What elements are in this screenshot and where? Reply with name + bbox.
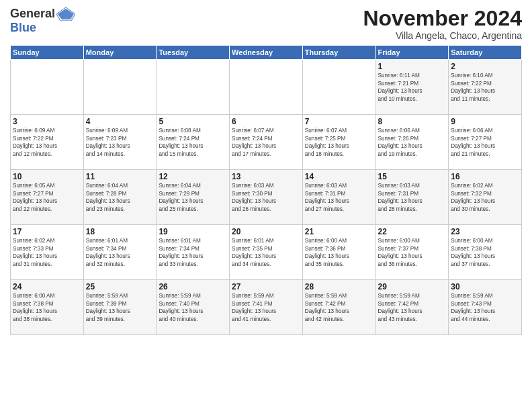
day-number: 1 xyxy=(378,62,447,71)
day-info: Sunrise: 6:07 AM Sunset: 7:25 PM Dayligh… xyxy=(305,127,373,158)
day-info: Sunrise: 5:59 AM Sunset: 7:40 PM Dayligh… xyxy=(159,292,227,323)
calendar-cell: 22Sunrise: 6:00 AM Sunset: 7:37 PM Dayli… xyxy=(375,225,449,280)
day-number: 19 xyxy=(159,227,227,236)
day-number: 12 xyxy=(159,172,227,181)
day-info: Sunrise: 6:01 AM Sunset: 7:34 PM Dayligh… xyxy=(86,237,154,268)
day-info: Sunrise: 6:09 AM Sunset: 7:22 PM Dayligh… xyxy=(13,127,81,158)
day-info: Sunrise: 6:11 AM Sunset: 7:21 PM Dayligh… xyxy=(378,72,447,103)
title-area: November 2024 Villa Angela, Chaco, Argen… xyxy=(363,7,522,41)
day-info: Sunrise: 6:00 AM Sunset: 7:36 PM Dayligh… xyxy=(305,237,373,268)
col-sunday: Sunday xyxy=(11,46,84,60)
day-number: 27 xyxy=(232,282,300,291)
day-info: Sunrise: 6:02 AM Sunset: 7:33 PM Dayligh… xyxy=(13,237,81,268)
day-info: Sunrise: 6:02 AM Sunset: 7:32 PM Dayligh… xyxy=(451,182,519,213)
day-number: 5 xyxy=(159,117,227,126)
col-friday: Friday xyxy=(375,46,449,60)
day-info: Sunrise: 6:04 AM Sunset: 7:28 PM Dayligh… xyxy=(86,182,154,213)
day-number: 25 xyxy=(86,282,154,291)
day-number: 2 xyxy=(451,62,519,71)
calendar-cell: 1Sunrise: 6:11 AM Sunset: 7:21 PM Daylig… xyxy=(375,60,449,115)
calendar-cell: 15Sunrise: 6:03 AM Sunset: 7:31 PM Dayli… xyxy=(375,170,449,225)
calendar-cell: 13Sunrise: 6:03 AM Sunset: 7:30 PM Dayli… xyxy=(230,170,303,225)
calendar-cell: 25Sunrise: 5:59 AM Sunset: 7:39 PM Dayli… xyxy=(83,280,157,335)
day-number: 11 xyxy=(86,172,154,181)
day-number: 16 xyxy=(451,172,519,181)
day-info: Sunrise: 6:10 AM Sunset: 7:22 PM Dayligh… xyxy=(451,72,519,103)
calendar-cell: 17Sunrise: 6:02 AM Sunset: 7:33 PM Dayli… xyxy=(11,225,84,280)
page: General Blue November 2024 Villa Angela,… xyxy=(0,0,532,411)
calendar-cell xyxy=(157,60,230,115)
calendar-cell: 18Sunrise: 6:01 AM Sunset: 7:34 PM Dayli… xyxy=(83,225,157,280)
day-info: Sunrise: 6:00 AM Sunset: 7:37 PM Dayligh… xyxy=(378,237,447,268)
calendar-cell: 28Sunrise: 5:59 AM Sunset: 7:42 PM Dayli… xyxy=(302,280,375,335)
day-number: 9 xyxy=(451,117,519,126)
calendar-week-2: 10Sunrise: 6:05 AM Sunset: 7:27 PM Dayli… xyxy=(11,170,522,225)
calendar-cell: 4Sunrise: 6:09 AM Sunset: 7:23 PM Daylig… xyxy=(83,115,157,170)
calendar-cell: 23Sunrise: 6:00 AM Sunset: 7:38 PM Dayli… xyxy=(449,225,522,280)
calendar-cell: 29Sunrise: 5:59 AM Sunset: 7:42 PM Dayli… xyxy=(375,280,449,335)
calendar-cell: 21Sunrise: 6:00 AM Sunset: 7:36 PM Dayli… xyxy=(302,225,375,280)
calendar-week-1: 3Sunrise: 6:09 AM Sunset: 7:22 PM Daylig… xyxy=(11,115,522,170)
calendar-cell: 20Sunrise: 6:01 AM Sunset: 7:35 PM Dayli… xyxy=(230,225,303,280)
calendar-cell: 11Sunrise: 6:04 AM Sunset: 7:28 PM Dayli… xyxy=(83,170,157,225)
calendar-cell: 7Sunrise: 6:07 AM Sunset: 7:25 PM Daylig… xyxy=(302,115,375,170)
day-info: Sunrise: 6:05 AM Sunset: 7:27 PM Dayligh… xyxy=(13,182,81,213)
calendar-cell xyxy=(230,60,303,115)
day-number: 30 xyxy=(451,282,519,291)
day-info: Sunrise: 5:59 AM Sunset: 7:42 PM Dayligh… xyxy=(378,292,447,323)
col-monday: Monday xyxy=(83,46,157,60)
day-number: 26 xyxy=(159,282,227,291)
calendar-cell: 8Sunrise: 6:06 AM Sunset: 7:26 PM Daylig… xyxy=(375,115,449,170)
day-info: Sunrise: 5:59 AM Sunset: 7:39 PM Dayligh… xyxy=(86,292,154,323)
day-number: 20 xyxy=(232,227,300,236)
day-number: 13 xyxy=(232,172,300,181)
day-info: Sunrise: 5:59 AM Sunset: 7:41 PM Dayligh… xyxy=(232,292,300,323)
day-info: Sunrise: 5:59 AM Sunset: 7:43 PM Dayligh… xyxy=(451,292,519,323)
day-number: 18 xyxy=(86,227,154,236)
calendar-cell: 2Sunrise: 6:10 AM Sunset: 7:22 PM Daylig… xyxy=(449,60,522,115)
calendar-week-3: 17Sunrise: 6:02 AM Sunset: 7:33 PM Dayli… xyxy=(11,225,522,280)
day-number: 15 xyxy=(378,172,447,181)
day-number: 23 xyxy=(451,227,519,236)
day-info: Sunrise: 6:01 AM Sunset: 7:34 PM Dayligh… xyxy=(159,237,227,268)
calendar-cell: 10Sunrise: 6:05 AM Sunset: 7:27 PM Dayli… xyxy=(11,170,84,225)
calendar-cell: 19Sunrise: 6:01 AM Sunset: 7:34 PM Dayli… xyxy=(157,225,230,280)
day-number: 6 xyxy=(232,117,300,126)
day-info: Sunrise: 6:06 AM Sunset: 7:27 PM Dayligh… xyxy=(451,127,519,158)
calendar-cell: 3Sunrise: 6:09 AM Sunset: 7:22 PM Daylig… xyxy=(11,115,84,170)
calendar-table: Sunday Monday Tuesday Wednesday Thursday… xyxy=(10,45,522,335)
day-number: 4 xyxy=(86,117,154,126)
day-number: 22 xyxy=(378,227,447,236)
day-info: Sunrise: 6:01 AM Sunset: 7:35 PM Dayligh… xyxy=(232,237,300,268)
day-number: 14 xyxy=(305,172,373,181)
calendar-cell: 24Sunrise: 6:00 AM Sunset: 7:38 PM Dayli… xyxy=(11,280,84,335)
calendar-cell xyxy=(11,60,84,115)
calendar-cell xyxy=(83,60,157,115)
day-number: 3 xyxy=(13,117,81,126)
logo-blue-text: Blue xyxy=(10,21,36,35)
day-info: Sunrise: 6:00 AM Sunset: 7:38 PM Dayligh… xyxy=(13,292,81,323)
calendar-week-4: 24Sunrise: 6:00 AM Sunset: 7:38 PM Dayli… xyxy=(11,280,522,335)
day-number: 29 xyxy=(378,282,447,291)
day-info: Sunrise: 6:04 AM Sunset: 7:29 PM Dayligh… xyxy=(159,182,227,213)
day-number: 8 xyxy=(378,117,447,126)
day-number: 7 xyxy=(305,117,373,126)
calendar-cell: 16Sunrise: 6:02 AM Sunset: 7:32 PM Dayli… xyxy=(449,170,522,225)
day-info: Sunrise: 6:03 AM Sunset: 7:31 PM Dayligh… xyxy=(305,182,373,213)
calendar-cell: 27Sunrise: 5:59 AM Sunset: 7:41 PM Dayli… xyxy=(230,280,303,335)
calendar-cell: 14Sunrise: 6:03 AM Sunset: 7:31 PM Dayli… xyxy=(302,170,375,225)
day-info: Sunrise: 6:00 AM Sunset: 7:38 PM Dayligh… xyxy=(451,237,519,268)
calendar-cell: 9Sunrise: 6:06 AM Sunset: 7:27 PM Daylig… xyxy=(449,115,522,170)
day-number: 28 xyxy=(305,282,373,291)
calendar-cell: 30Sunrise: 5:59 AM Sunset: 7:43 PM Dayli… xyxy=(449,280,522,335)
day-info: Sunrise: 5:59 AM Sunset: 7:42 PM Dayligh… xyxy=(305,292,373,323)
calendar-cell: 5Sunrise: 6:08 AM Sunset: 7:24 PM Daylig… xyxy=(157,115,230,170)
subtitle: Villa Angela, Chaco, Argentina xyxy=(363,30,522,41)
day-number: 21 xyxy=(305,227,373,236)
day-number: 24 xyxy=(13,282,81,291)
day-info: Sunrise: 6:07 AM Sunset: 7:24 PM Dayligh… xyxy=(232,127,300,158)
col-saturday: Saturday xyxy=(449,46,522,60)
day-info: Sunrise: 6:08 AM Sunset: 7:24 PM Dayligh… xyxy=(159,127,227,158)
col-thursday: Thursday xyxy=(302,46,375,60)
col-wednesday: Wednesday xyxy=(230,46,303,60)
